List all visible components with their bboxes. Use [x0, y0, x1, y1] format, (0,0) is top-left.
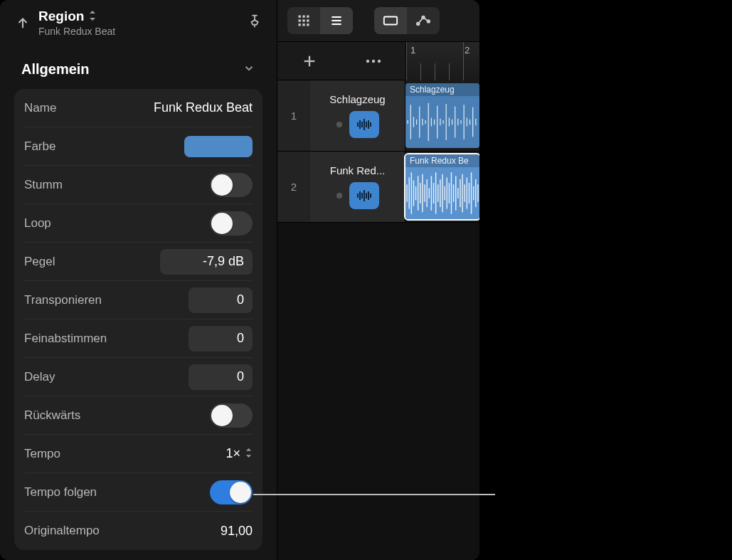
color-swatch[interactable] — [184, 136, 253, 157]
region-area[interactable]: Funk Redux Be — [405, 152, 479, 222]
toolbar — [277, 0, 479, 42]
row-color: Farbe — [24, 127, 253, 166]
updown-icon — [245, 448, 253, 460]
finetune-value[interactable]: 0 — [189, 326, 253, 352]
level-label: Pegel — [24, 255, 55, 269]
loop-toggle[interactable] — [210, 211, 253, 236]
section-header[interactable]: Allgemein — [0, 44, 277, 82]
bar-marker-2: 2 — [465, 45, 470, 56]
svg-rect-3 — [299, 19, 301, 21]
delay-label: Delay — [24, 370, 55, 384]
waveform-icon — [405, 96, 479, 148]
empty-track-area[interactable] — [277, 223, 479, 560]
mute-toggle[interactable] — [210, 173, 253, 197]
row-finetune: Feinabstimmen 0 — [24, 319, 253, 358]
track-header[interactable]: Schlagzeug — [310, 80, 405, 151]
track-status-dot — [336, 122, 342, 127]
svg-rect-8 — [307, 23, 309, 26]
region-area[interactable]: Schlagzeug — [405, 80, 479, 151]
tracks-area: 1 2 1 Schlagzeug — [277, 0, 479, 560]
section-title: Allgemein — [21, 61, 90, 78]
properties-panel: Name Funk Redux Beat Farbe Stumm Loop Pe… — [14, 89, 262, 550]
region-label: Schlagzeug — [405, 83, 479, 96]
inspector-header: Region Funk Redux Beat — [0, 0, 277, 44]
row-level: Pegel -7,9 dB — [24, 243, 253, 281]
delay-value[interactable]: 0 — [189, 364, 253, 390]
track-lane: 2 Funk Red... Funk Redux Be — [277, 152, 479, 223]
svg-rect-2 — [307, 16, 309, 18]
bar-marker-1: 1 — [410, 45, 415, 56]
orig-tempo-label: Originaltempo — [24, 524, 100, 538]
track-name: Schlagzeug — [325, 93, 389, 105]
view-mode-group — [287, 7, 353, 34]
row-mute: Stumm — [24, 166, 253, 204]
follow-tempo-label: Tempo folgen — [24, 485, 97, 500]
back-icon[interactable] — [14, 14, 31, 31]
audio-track-icon[interactable] — [349, 182, 379, 209]
track-lane: 1 Schlagzeug Schlagzeug — [277, 80, 479, 152]
reverse-label: Rückwärts — [24, 408, 80, 423]
automation-mode-button[interactable] — [407, 7, 440, 34]
row-loop: Loop — [24, 204, 253, 243]
svg-point-18 — [366, 59, 369, 62]
transpose-label: Transponieren — [24, 293, 102, 307]
track-status-dot — [336, 193, 342, 199]
region-label: Funk Redux Be — [405, 154, 479, 167]
edit-mode-group — [374, 7, 440, 34]
name-label: Name — [24, 101, 56, 115]
row-delay: Delay 0 — [24, 358, 253, 396]
tempo-value-text: 1× — [226, 446, 240, 461]
name-value[interactable]: Funk Redux Beat — [154, 100, 253, 115]
inspector-panel: Region Funk Redux Beat Allgemein — [0, 0, 277, 560]
waveform-icon — [405, 167, 479, 219]
loop-label: Loop — [24, 216, 51, 231]
svg-point-20 — [378, 59, 381, 62]
follow-tempo-toggle[interactable] — [210, 480, 253, 504]
svg-point-19 — [372, 59, 375, 62]
track-name: Funk Red... — [326, 164, 390, 176]
track-header[interactable]: Funk Red... — [310, 152, 405, 222]
inspector-title[interactable]: Region — [38, 9, 84, 24]
row-orig-tempo: Originaltempo 91,00 — [24, 512, 253, 550]
pin-icon[interactable] — [247, 14, 262, 32]
audio-region[interactable]: Schlagzeug — [405, 83, 479, 148]
level-value[interactable]: -7,9 dB — [160, 249, 253, 275]
row-transpose: Transponieren 0 — [24, 281, 253, 319]
mute-label: Stumm — [24, 178, 63, 192]
callout-line — [253, 494, 495, 495]
row-follow-tempo: Tempo folgen — [24, 473, 253, 512]
transpose-value[interactable]: 0 — [189, 287, 253, 313]
svg-rect-5 — [307, 19, 309, 21]
svg-rect-0 — [299, 16, 301, 18]
finetune-label: Feinabstimmen — [24, 332, 107, 346]
tempo-value[interactable]: 1× — [226, 446, 253, 461]
track-number[interactable]: 1 — [277, 80, 310, 151]
inspector-subtitle: Funk Redux Beat — [38, 26, 240, 37]
timeline-ruler[interactable]: 1 2 — [405, 42, 479, 80]
row-tempo: Tempo 1× — [24, 435, 253, 473]
add-track-button[interactable] — [277, 53, 341, 69]
svg-rect-7 — [302, 23, 304, 26]
list-view-button[interactable] — [320, 7, 353, 34]
audio-region[interactable]: Funk Redux Be — [405, 154, 479, 219]
chevron-down-icon — [243, 62, 255, 78]
svg-rect-1 — [302, 16, 304, 18]
svg-rect-6 — [299, 23, 301, 26]
tempo-label: Tempo — [24, 447, 60, 461]
updown-icon[interactable] — [88, 11, 97, 23]
track-header-row: 1 2 — [277, 42, 479, 80]
track-options-button[interactable] — [341, 59, 405, 63]
svg-rect-4 — [302, 19, 304, 21]
row-reverse: Rückwärts — [24, 396, 253, 435]
audio-track-icon[interactable] — [349, 111, 379, 138]
region-mode-button[interactable] — [374, 7, 407, 34]
svg-rect-12 — [384, 17, 397, 25]
grid-view-button[interactable] — [287, 7, 320, 34]
reverse-toggle[interactable] — [210, 403, 253, 428]
app-window: Region Funk Redux Beat Allgemein — [0, 0, 479, 560]
track-number[interactable]: 2 — [277, 152, 310, 222]
color-label: Farbe — [24, 139, 55, 154]
orig-tempo-value[interactable]: 91,00 — [221, 524, 253, 539]
row-name: Name Funk Redux Beat — [24, 89, 253, 127]
